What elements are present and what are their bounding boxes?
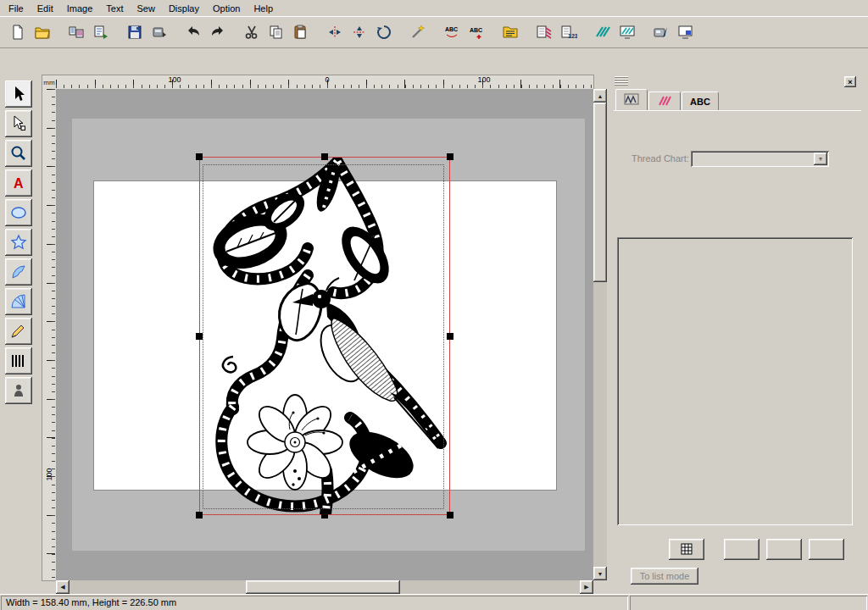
export-design-icon[interactable]: [148, 21, 170, 43]
import-card-icon[interactable]: [90, 21, 112, 43]
tool-palette: A: [5, 80, 36, 407]
horizontal-scroll-thumb[interactable]: [246, 580, 400, 594]
open-file-icon[interactable]: [31, 21, 53, 43]
ruler-label: 0: [325, 75, 329, 84]
tab-divider: [614, 110, 861, 111]
cut-icon[interactable]: [241, 21, 263, 43]
redo-icon[interactable]: [207, 21, 229, 43]
ruler-label: 100: [477, 75, 490, 84]
grid-view-button[interactable]: [669, 539, 704, 560]
menu-option[interactable]: Option: [206, 2, 247, 15]
selection-handle[interactable]: [321, 512, 328, 518]
svg-text:ABC: ABC: [445, 26, 458, 32]
toolbar: ABCABC123: [0, 16, 868, 48]
design-settings-icon[interactable]: [407, 21, 429, 43]
sewing-stitch-icon: [624, 93, 639, 107]
sewing-order-icon[interactable]: [499, 21, 521, 43]
menu-file[interactable]: File: [2, 2, 31, 15]
tab-text-attributes[interactable]: ABC: [682, 92, 719, 110]
tab-sewing-attributes[interactable]: [615, 89, 648, 110]
dimensions-status-text: Width = 158.40 mm, Height = 226.50 mm: [1, 596, 628, 610]
scroll-right-button[interactable]: ▶: [580, 580, 593, 594]
selection-handle[interactable]: [447, 512, 453, 518]
scroll-left-button[interactable]: ◀: [56, 580, 70, 594]
app-window: FileEditImageTextSewDisplayOptionHelp AB…: [0, 0, 868, 610]
menu-image[interactable]: Image: [60, 2, 100, 15]
svg-text:ABC: ABC: [470, 27, 482, 33]
selection-handle[interactable]: [196, 512, 203, 518]
ruler-label: 100: [45, 468, 53, 480]
button-2[interactable]: [724, 539, 760, 560]
selection-handle[interactable]: [447, 153, 453, 160]
menu-bar: FileEditImageTextSewDisplayOptionHelp: [0, 0, 868, 16]
panel-close-button[interactable]: ×: [844, 76, 856, 87]
to-list-mode-button[interactable]: To list mode: [631, 568, 698, 585]
svg-text:123: 123: [568, 33, 577, 39]
menu-sew[interactable]: Sew: [130, 2, 161, 15]
svg-text:A: A: [14, 176, 24, 191]
status-bar-spacer: [630, 596, 867, 610]
vertical-scroll-thumb[interactable]: [593, 103, 607, 282]
ruler-unit-label: mm: [42, 75, 57, 90]
selection-outline: [199, 157, 450, 515]
thread-color-icon: [657, 95, 672, 108]
new-document-icon[interactable]: [7, 21, 29, 43]
stamp-tool[interactable]: [5, 377, 32, 404]
sewing-attributes-panel: × ABC Thread Chart: ▼: [612, 75, 863, 591]
stitch-bars-tool[interactable]: [5, 347, 32, 374]
pencil-tool[interactable]: [5, 318, 32, 345]
undo-icon[interactable]: [182, 21, 204, 43]
horizontal-scrollbar[interactable]: ◀ ▶: [56, 580, 593, 594]
horizontal-ruler: 100 0 100: [56, 75, 594, 90]
flip-vertical-icon[interactable]: [348, 21, 370, 43]
paste-icon[interactable]: [290, 21, 312, 43]
text-tool[interactable]: A: [5, 169, 32, 197]
selection-handle[interactable]: [196, 153, 203, 160]
chevron-down-icon[interactable]: ▼: [814, 152, 827, 165]
button-3[interactable]: [766, 539, 802, 560]
thread-chart-label: Thread Chart:: [632, 153, 689, 164]
text-attributes-icon[interactable]: ABC: [465, 21, 487, 43]
oval-tool[interactable]: [5, 199, 32, 226]
star-tool[interactable]: [5, 229, 32, 256]
write-to-machine-icon[interactable]: [650, 21, 672, 43]
selection-handle[interactable]: [196, 333, 203, 340]
panel-drag-grip[interactable]: [615, 76, 628, 86]
shape-tool[interactable]: [5, 258, 32, 286]
menu-display[interactable]: Display: [162, 2, 206, 15]
tab-label: ABC: [690, 97, 710, 107]
stitch-count-icon[interactable]: 123: [558, 21, 580, 43]
point-edit-tool[interactable]: [5, 110, 32, 137]
fan-tool[interactable]: [5, 288, 32, 315]
menu-edit[interactable]: Edit: [31, 2, 60, 15]
scroll-down-button[interactable]: ▼: [593, 567, 607, 580]
realistic-preview-icon[interactable]: [616, 21, 638, 43]
selection-handle[interactable]: [321, 153, 328, 160]
zoom-tool[interactable]: [5, 140, 32, 167]
rotate-icon[interactable]: [373, 21, 395, 43]
ruler-label: 100: [168, 75, 181, 84]
tab-thread-color[interactable]: [648, 92, 681, 110]
text-arch-icon[interactable]: ABC: [441, 21, 463, 43]
button-4[interactable]: [809, 539, 844, 560]
design-property-icon[interactable]: [533, 21, 555, 43]
flip-horizontal-icon[interactable]: [324, 21, 346, 43]
selected-design[interactable]: [199, 157, 450, 515]
select-tool[interactable]: [5, 80, 32, 108]
vertical-scrollbar[interactable]: ▲ ▼: [593, 89, 607, 580]
design-canvas[interactable]: [56, 89, 593, 580]
thread-chart-dropdown[interactable]: ▼: [691, 151, 829, 167]
selection-handle[interactable]: [447, 333, 453, 340]
copy-icon[interactable]: [265, 21, 287, 43]
menu-text[interactable]: Text: [99, 2, 130, 15]
scroll-up-button[interactable]: ▲: [593, 89, 607, 103]
status-bar: Width = 158.40 mm, Height = 226.50 mm: [0, 594, 868, 610]
grid-icon: [680, 542, 693, 557]
menu-help[interactable]: Help: [247, 2, 280, 15]
import-design-icon[interactable]: [65, 21, 87, 43]
thread-color-list[interactable]: [617, 237, 853, 525]
save-icon[interactable]: [124, 21, 146, 43]
reference-window-icon[interactable]: [675, 21, 697, 43]
panel-tabs: ABC: [615, 92, 720, 110]
stitch-simulator-icon[interactable]: [592, 21, 614, 43]
